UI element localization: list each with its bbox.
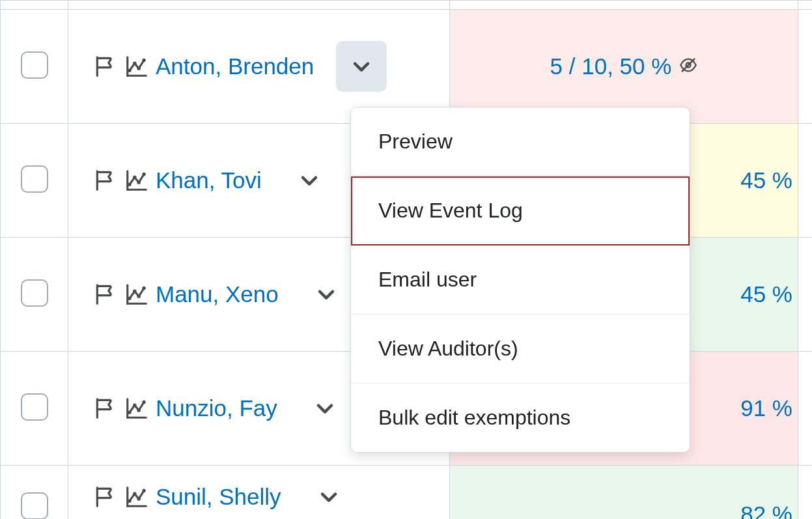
hidden-icon	[679, 53, 697, 79]
row-checkbox[interactable]	[21, 165, 48, 193]
svg-point-17	[133, 290, 136, 292]
student-name-link[interactable]: Manu, Xeno	[156, 281, 279, 307]
header-grade-cell	[450, 1, 798, 10]
student-name-link[interactable]: Anton, Brenden	[156, 53, 314, 79]
chart-icon[interactable]	[124, 484, 149, 509]
flag-icon[interactable]	[93, 168, 118, 193]
flag-icon[interactable]	[93, 396, 118, 421]
chart-icon[interactable]	[124, 396, 149, 421]
chart-icon[interactable]	[124, 168, 149, 193]
flag-icon[interactable]	[93, 484, 118, 509]
svg-point-19	[143, 287, 145, 290]
svg-point-29	[133, 492, 136, 495]
grade-value: 45 %	[740, 167, 792, 193]
menu-item-bulk-edit-exemptions[interactable]: Bulk edit exemptions	[351, 384, 690, 452]
row-actions-button[interactable]	[303, 471, 354, 520]
svg-point-2	[128, 69, 131, 72]
svg-point-12	[137, 181, 140, 184]
row-checkbox[interactable]	[21, 51, 48, 79]
svg-point-13	[143, 173, 145, 176]
svg-point-25	[143, 401, 145, 404]
flag-icon[interactable]	[93, 282, 118, 307]
svg-point-24	[137, 409, 140, 412]
svg-point-11	[133, 176, 136, 178]
grade-value: 45 %	[740, 281, 792, 307]
student-name-link[interactable]: Sunil, Shelly	[156, 484, 281, 510]
svg-point-4	[137, 67, 140, 70]
grade-value: 5 / 10, 50 %	[550, 53, 672, 79]
menu-item-view-event-log[interactable]: View Event Log	[351, 176, 690, 245]
header-edge-cell	[798, 1, 813, 10]
svg-point-5	[143, 59, 145, 62]
row-checkbox[interactable]	[21, 279, 48, 307]
svg-point-31	[143, 489, 145, 492]
svg-point-18	[137, 295, 140, 298]
grade-value: 82 %	[740, 501, 792, 519]
student-name-link[interactable]: Nunzio, Fay	[156, 395, 277, 421]
row-actions-button[interactable]	[300, 383, 350, 434]
row-actions-menu: Preview View Event Log Email user View A…	[350, 107, 690, 453]
header-check-cell	[1, 1, 68, 10]
svg-point-30	[137, 498, 140, 500]
svg-point-23	[133, 404, 136, 406]
svg-point-28	[128, 499, 131, 502]
menu-item-view-auditors[interactable]: View Auditor(s)	[351, 315, 690, 384]
svg-point-22	[128, 411, 131, 414]
chart-icon[interactable]	[124, 282, 149, 307]
menu-item-email-user[interactable]: Email user	[351, 245, 690, 315]
header-name-cell	[68, 1, 450, 10]
row-checkbox[interactable]	[21, 492, 48, 519]
chart-icon[interactable]	[124, 54, 149, 79]
flag-icon[interactable]	[93, 54, 118, 79]
grade-value: 91 %	[740, 395, 792, 421]
svg-point-16	[128, 297, 131, 300]
student-name-link[interactable]: Khan, Tovi	[156, 167, 262, 193]
svg-point-3	[133, 62, 136, 64]
row-actions-button[interactable]	[284, 155, 335, 206]
row-actions-button[interactable]	[336, 41, 387, 92]
menu-item-preview[interactable]: Preview	[351, 107, 690, 176]
svg-point-10	[128, 183, 131, 186]
row-actions-button[interactable]	[301, 269, 352, 320]
row-checkbox[interactable]	[21, 393, 48, 421]
